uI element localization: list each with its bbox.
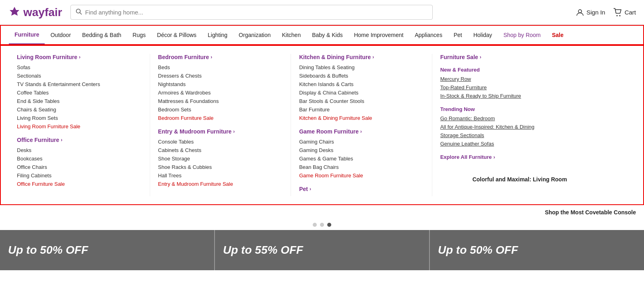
pet-header[interactable]: Pet › bbox=[299, 186, 424, 192]
living-room-furniture-header[interactable]: Living Room Furniture › bbox=[17, 54, 142, 60]
cart-button[interactable]: Cart bbox=[613, 8, 636, 17]
svg-point-3 bbox=[578, 10, 582, 13]
nav-item-pet[interactable]: Pet bbox=[448, 26, 468, 44]
promo-section: Up to 50% OFF Up to 55% OFF Up to 50% OF… bbox=[0, 230, 644, 270]
link-sofas[interactable]: Sofas bbox=[17, 64, 142, 70]
dropdown-col-kitchen: Kitchen & Dining Furniture › Dining Tabl… bbox=[291, 54, 432, 196]
nav-item-kitchen[interactable]: Kitchen bbox=[277, 26, 307, 44]
link-gaming-chairs[interactable]: Gaming Chairs bbox=[299, 139, 424, 145]
link-mattresses[interactable]: Mattresses & Foundations bbox=[158, 98, 283, 104]
chevron-right-icon-4: › bbox=[233, 129, 235, 134]
chevron-right-icon: › bbox=[79, 54, 80, 60]
link-living-room-sale[interactable]: Living Room Furniture Sale bbox=[17, 123, 142, 129]
link-storage-sectionals[interactable]: Storage Sectionals bbox=[440, 132, 627, 138]
link-nightstands[interactable]: Nightstands bbox=[158, 81, 283, 87]
nav-item-baby[interactable]: Baby & Kids bbox=[306, 26, 348, 44]
chevron-right-icon-8: › bbox=[480, 54, 481, 60]
promo-text-3: Up to 50% OFF bbox=[438, 244, 518, 257]
link-cabinets-chests[interactable]: Cabinets & Chests bbox=[158, 147, 283, 153]
nav-item-shopbyroom[interactable]: Shop by Room bbox=[498, 26, 547, 44]
link-office-sale[interactable]: Office Furniture Sale bbox=[17, 181, 142, 187]
link-shoe-storage[interactable]: Shoe Storage bbox=[158, 156, 283, 162]
link-entry-sale[interactable]: Entry & Mudroom Furniture Sale bbox=[158, 181, 283, 187]
search-icon bbox=[76, 8, 82, 16]
carousel-dot-2[interactable] bbox=[320, 223, 324, 227]
svg-marker-0 bbox=[10, 7, 19, 16]
trending-title: Trending Now bbox=[440, 106, 627, 112]
link-gaming-desks[interactable]: Gaming Desks bbox=[299, 147, 424, 153]
link-mercury-row[interactable]: Mercury Row bbox=[440, 76, 627, 82]
link-office-chairs[interactable]: Office Chairs bbox=[17, 164, 142, 170]
link-bookcases[interactable]: Bookcases bbox=[17, 156, 142, 162]
office-furniture-header[interactable]: Office Furniture › bbox=[17, 137, 142, 143]
search-bar bbox=[70, 5, 433, 20]
link-leather-sofas[interactable]: Genuine Leather Sofas bbox=[440, 141, 627, 147]
promo-card-3[interactable]: Up to 50% OFF bbox=[430, 230, 644, 270]
link-bean-bag[interactable]: Bean Bag Chairs bbox=[299, 164, 424, 170]
furniture-sale-header[interactable]: Furniture Sale › bbox=[440, 54, 627, 60]
logo-text: wayfair bbox=[23, 6, 62, 19]
link-living-room-sets[interactable]: Living Room Sets bbox=[17, 115, 142, 121]
bedroom-furniture-header[interactable]: Bedroom Furniture › bbox=[158, 54, 283, 60]
kitchen-dining-header[interactable]: Kitchen & Dining Furniture › bbox=[299, 54, 424, 60]
link-dining-tables[interactable]: Dining Tables & Seating bbox=[299, 64, 424, 70]
nav-item-organization[interactable]: Organization bbox=[233, 26, 276, 44]
nav-item-home-improvement[interactable]: Home Improvement bbox=[348, 26, 409, 44]
link-chairs-seating[interactable]: Chairs & Seating bbox=[17, 107, 142, 113]
promo-text-1: Up to 50% OFF bbox=[8, 244, 88, 257]
link-go-romantic[interactable]: Go Romantic: Bedroom bbox=[440, 115, 627, 121]
logo[interactable]: wayfair bbox=[8, 6, 62, 19]
nav-item-appliances[interactable]: Appliances bbox=[409, 26, 448, 44]
new-featured-section: New & Featured Mercury Row Top-Rated Fur… bbox=[440, 67, 627, 99]
link-bedroom-sale[interactable]: Bedroom Furniture Sale bbox=[158, 115, 283, 121]
link-top-rated[interactable]: Top-Rated Furniture bbox=[440, 84, 627, 90]
new-featured-title: New & Featured bbox=[440, 67, 627, 73]
sign-in-button[interactable]: Sign In bbox=[576, 8, 605, 16]
nav-item-decor[interactable]: Décor & Pillows bbox=[151, 26, 202, 44]
cart-icon bbox=[613, 8, 622, 17]
link-coffee-tables[interactable]: Coffee Tables bbox=[17, 90, 142, 96]
promo-card-2[interactable]: Up to 55% OFF bbox=[215, 230, 430, 270]
nav-item-sale[interactable]: Sale bbox=[546, 26, 569, 44]
nav-item-lighting[interactable]: Lighting bbox=[202, 26, 233, 44]
link-hall-trees[interactable]: Hall Trees bbox=[158, 173, 283, 179]
link-game-tables[interactable]: Games & Game Tables bbox=[299, 156, 424, 162]
link-game-room-sale[interactable]: Game Room Furniture Sale bbox=[299, 173, 424, 179]
link-bar-stools[interactable]: Bar Stools & Counter Stools bbox=[299, 98, 424, 104]
nav-item-furniture[interactable]: Furniture bbox=[9, 26, 45, 44]
nav-item-outdoor[interactable]: Outdoor bbox=[45, 26, 76, 44]
link-console-tables[interactable]: Console Tables bbox=[158, 139, 283, 145]
explore-all-furniture[interactable]: Explore All Furniture › bbox=[440, 154, 627, 160]
game-room-header[interactable]: Game Room Furniture › bbox=[299, 128, 424, 135]
link-beds[interactable]: Beds bbox=[158, 64, 283, 70]
link-kitchen-sale[interactable]: Kitchen & Dining Furniture Sale bbox=[299, 115, 424, 121]
link-antique-inspired[interactable]: All for Antique-Inspired: Kitchen & Dini… bbox=[440, 124, 627, 130]
link-armoires[interactable]: Armoires & Wardrobes bbox=[158, 90, 283, 96]
link-filing-cabinets[interactable]: Filing Cabinets bbox=[17, 173, 142, 179]
nav-item-bedding[interactable]: Bedding & Bath bbox=[76, 26, 127, 44]
link-china-cabinets[interactable]: Display & China Cabinets bbox=[299, 90, 424, 96]
carousel-dots bbox=[0, 220, 644, 230]
dropdown-col-featured: Furniture Sale › New & Featured Mercury … bbox=[432, 54, 635, 196]
link-kitchen-islands[interactable]: Kitchen Islands & Carts bbox=[299, 81, 424, 87]
link-end-side-tables[interactable]: End & Side Tables bbox=[17, 98, 142, 104]
link-bar-furniture[interactable]: Bar Furniture bbox=[299, 107, 424, 113]
link-desks[interactable]: Desks bbox=[17, 147, 142, 153]
link-shoe-racks[interactable]: Shoe Racks & Cubbies bbox=[158, 164, 283, 170]
link-tv-stands[interactable]: TV Stands & Entertainment Centers bbox=[17, 81, 142, 87]
entry-mudroom-header[interactable]: Entry & Mudroom Furniture › bbox=[158, 128, 283, 135]
carousel-dot-1[interactable] bbox=[313, 223, 317, 227]
nav-item-holiday[interactable]: Holiday bbox=[468, 26, 498, 44]
link-in-stock[interactable]: In-Stock & Ready to Ship Furniture bbox=[440, 93, 627, 99]
nav-item-rugs[interactable]: Rugs bbox=[127, 26, 151, 44]
link-sideboards[interactable]: Sideboards & Buffets bbox=[299, 73, 424, 79]
wayfair-logo-icon bbox=[8, 6, 21, 19]
link-bedroom-sets[interactable]: Bedroom Sets bbox=[158, 107, 283, 113]
link-dressers[interactable]: Dressers & Chests bbox=[158, 73, 283, 79]
carousel-dot-3[interactable] bbox=[327, 223, 331, 227]
chevron-right-icon-3: › bbox=[211, 54, 212, 60]
cart-label: Cart bbox=[625, 9, 636, 16]
link-sectionals[interactable]: Sectionals bbox=[17, 73, 142, 79]
search-input[interactable] bbox=[85, 9, 427, 16]
promo-card-1[interactable]: Up to 50% OFF bbox=[0, 230, 215, 270]
